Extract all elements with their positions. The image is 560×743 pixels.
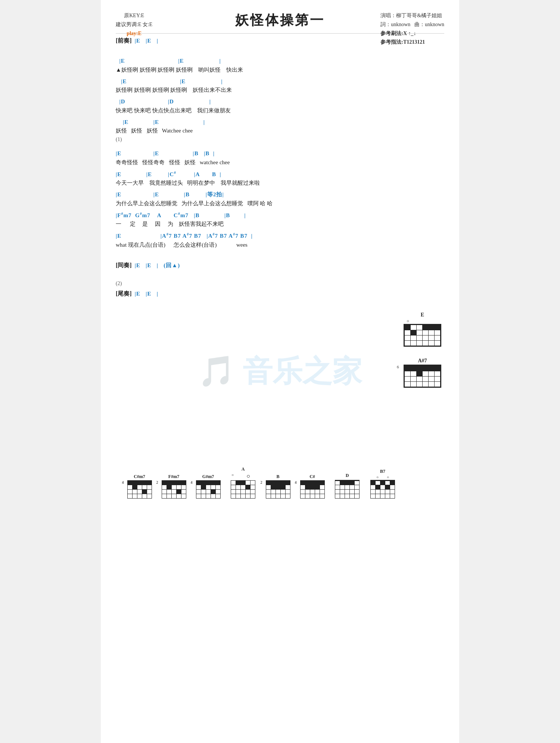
b-chord-diagram: B 2 [266,474,290,499]
original-key: 原KEY:E [116,11,152,20]
note2: (2) [116,281,444,287]
cs-name: C# [309,474,315,480]
v2-2-lyrics: 今天一大早 我竟然睡过头 明明在梦中 我早就醒过来啦 [116,178,444,187]
b7-chord-diagram: B7 ○ ○ [370,469,396,499]
info-left: 原KEY:E 建议男调:E 女:E play:E [116,11,152,38]
verse2-1-block: |E |E |B |B | 奇奇怪怪 怪怪奇奇 怪怪 妖怪 watchee ch… [116,149,444,167]
e-chord-diagram: E ○ [404,312,441,347]
v1-3-chords: |D |D | [116,97,444,106]
v1-1-chords: |E |E | [116,57,444,65]
cs-chord-diagram: C# 4 [300,474,325,499]
v2-1-lyrics: 奇奇怪怪 怪怪奇奇 怪怪 妖怪 watchee chee [116,158,444,167]
csm7-name: C#m7 [134,474,145,480]
v2-4-lyrics: 一 定 是 因 为 妖怪害我起不来吧 [116,219,444,228]
intro-block: [前奏] |E |E | [116,37,444,46]
intro-label: [前奏] [116,37,132,45]
outro-chords: |E |E | [135,290,158,298]
v2-1-chords: |E |E |B |B | [116,149,444,158]
verse2-5-block: |E |A#7 B7 A#7 B7 |A#7 B7 A#7 B7 | what … [116,231,444,249]
csm7-chord-diagram: C#m7 4 [127,474,152,499]
as7-chord-name: A#7 [418,358,427,364]
d-name: D [346,473,349,478]
b-name: B [276,474,279,480]
verse2-4-block: |F#m7 G#m7 A C#m7 |B |B | 一 定 是 因 为 妖怪害我… [116,211,444,229]
verse2-2-block: |E |E |C# |A B | 今天一大早 我竟然睡过头 明明在梦中 我早就醒… [116,170,444,188]
verse1-2-block: |E |E | 妖怪咧 妖怪咧 妖怪咧 妖怪咧 妖怪出来不出来 [116,77,444,95]
page: 🎵 音乐之家 原KEY:E 建议男调:E 女:E play:E 妖怪体操第一 演… [101,0,459,743]
outro-label: [尾奏] [116,290,132,298]
v2-5-lyrics: what 现在几点(台语) 怎么会这样(台语) wees [116,240,444,249]
gsm7-name: G#m7 [202,474,214,480]
gsm7-chord-diagram: G#m7 4 [196,474,221,499]
interlude-label: [间奏] [116,262,132,269]
a-name: A [242,466,245,472]
v2-5-chords: |E |A#7 B7 A#7 B7 |A#7 B7 A#7 B7 | [116,231,444,240]
verse2-3-block: |E |E |B |等2拍| 为什么早上会这么想睡觉 为什么早上会这么想睡觉 噗… [116,190,444,208]
outro-block: [尾奏] |E |E | [116,290,444,299]
intro-chords: |E |E | [135,37,158,45]
a-chord-diagram: A ○ ○ [230,466,256,499]
b7-name: B7 [380,469,385,474]
performer-line: 演唱：柳丁哥哥&橘子姐姐 [380,11,444,20]
v2-3-chords: |E |E |B |等2拍| [116,190,444,199]
fsm7-chord-diagram: F#m7 2 [162,474,186,499]
as7-chord-diagram: A#7 6 [404,358,441,389]
interlude-chords: |E |E | (回▲) [135,261,180,270]
v1-4-lyrics: 妖怪 妖怪 妖怪 Watchee chee [116,126,444,135]
note1: (1) [116,137,444,143]
fsm7-name: F#m7 [168,474,179,480]
suggested-key: 建议男调:E 女:E [116,20,152,29]
v2-4-chords: |F#m7 G#m7 A C#m7 |B |B | [116,211,444,220]
v1-2-lyrics: 妖怪咧 妖怪咧 妖怪咧 妖怪咧 妖怪出来不出来 [116,85,444,94]
content-area: [前奏] |E |E | |E |E | ▲妖怪咧 妖怪咧 妖怪咧 妖怪咧 喲叫… [116,37,444,499]
v2-2-chords: |E |E |C# |A B | [116,170,444,179]
header: 原KEY:E 建议男调:E 女:E play:E 妖怪体操第一 演唱：柳丁哥哥&… [116,11,444,29]
lyricist-composer-line: 詞：unknown 曲：unknown [380,20,444,29]
verse1-1-block: |E |E | ▲妖怪咧 妖怪咧 妖怪咧 妖怪咧 喲叫妖怪 快出来 [116,57,444,74]
v1-4-chords: |E |E | [116,118,444,127]
d-chord-diagram: D [335,473,360,499]
v1-1-lyrics: ▲妖怪咧 妖怪咧 妖怪咧 妖怪咧 喲叫妖怪 快出来 [116,65,444,74]
e-chord-name: E [421,312,424,318]
interlude-block: [间奏] |E |E | (回▲) [116,261,444,271]
v1-2-chords: |E |E | [116,77,444,86]
v1-3-lyrics: 快来吧 快来吧 快点快点出来吧 我们来做朋友 [116,106,444,115]
v2-3-lyrics: 为什么早上会这么想睡觉 为什么早上会这么想睡觉 噗阿 哈 哈 [116,199,444,208]
verse1-4-block: |E |E | 妖怪 妖怪 妖怪 Watchee chee [116,118,444,135]
verse1-3-block: |D |D | 快来吧 快来吧 快点快点出来吧 我们来做朋友 [116,97,444,115]
